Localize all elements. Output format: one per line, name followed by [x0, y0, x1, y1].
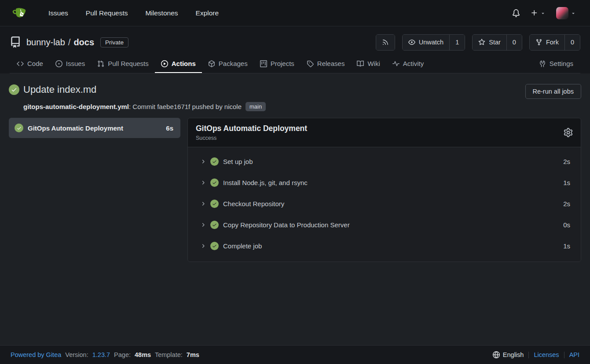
nav-item-milestones[interactable]: Milestones: [136, 9, 187, 17]
nav-item-issues[interactable]: Issues: [40, 9, 77, 17]
tab-label: Wiki: [367, 60, 380, 67]
tab-projects[interactable]: Projects: [254, 55, 300, 73]
step-success-check-icon: [210, 157, 219, 166]
tab-activity[interactable]: Activity: [386, 55, 430, 73]
powered-by-gitea-link[interactable]: Powered by Gitea: [11, 351, 61, 358]
repo-owner-link[interactable]: bunny-lab: [26, 37, 65, 47]
step-duration: 0s: [563, 221, 570, 229]
step-success-check-icon: [210, 221, 219, 229]
notifications-bell-icon[interactable]: [509, 7, 523, 20]
page-time-value: 48ms: [135, 351, 151, 358]
job-panel-header: GitOps Automatic Deployment Success: [188, 118, 581, 147]
tab-code[interactable]: Code: [11, 55, 49, 73]
fork-icon: [535, 39, 542, 46]
fork-button-group: Fork 0: [529, 34, 580, 51]
chevron-right-icon[interactable]: [200, 159, 206, 164]
git-pull-request-icon: [97, 60, 104, 67]
fork-count[interactable]: 0: [564, 35, 580, 50]
branch-badge[interactable]: main: [246, 102, 266, 111]
tab-wiki[interactable]: Wiki: [351, 55, 386, 73]
chevron-down-icon: [540, 11, 546, 16]
fork-button[interactable]: Fork: [530, 35, 564, 50]
star-button[interactable]: Star: [473, 35, 506, 50]
tab-settings[interactable]: Settings: [533, 55, 579, 73]
footer-links: English Licenses API: [493, 351, 579, 358]
private-badge: Private: [100, 37, 128, 47]
user-menu[interactable]: [553, 4, 579, 22]
tab-label: Releases: [317, 60, 345, 67]
fork-label: Fork: [546, 39, 559, 46]
nav-item-explore[interactable]: Explore: [187, 9, 228, 17]
gitea-logo-icon[interactable]: [11, 5, 27, 21]
chevron-right-icon[interactable]: [200, 201, 206, 207]
tab-issues[interactable]: Issues: [49, 55, 91, 73]
step-duration: 2s: [563, 158, 570, 165]
chevron-right-icon[interactable]: [200, 243, 206, 249]
tab-packages[interactable]: Packages: [202, 55, 254, 73]
step-row[interactable]: Set up job 2s: [188, 151, 581, 172]
play-circle-icon: [161, 60, 168, 67]
api-link[interactable]: API: [569, 351, 579, 358]
nav-item-pull-requests[interactable]: Pull Requests: [77, 9, 137, 17]
user-avatar[interactable]: [556, 7, 568, 19]
chevron-right-icon[interactable]: [200, 222, 206, 228]
breadcrumb-separator: /: [68, 37, 71, 47]
page-time-label: Page:: [114, 351, 131, 358]
version-label: Version:: [65, 351, 88, 358]
star-icon: [478, 39, 485, 46]
page-footer: Powered by Gitea Version: 1.23.7 Page: 4…: [0, 345, 590, 364]
repo-breadcrumb: bunny-lab/docs: [26, 37, 94, 47]
repo-book-icon: [10, 36, 21, 48]
pulse-icon: [392, 60, 399, 67]
actions-run-page: Update index.md Re-run all jobs gitops-a…: [0, 73, 590, 345]
language-label: English: [503, 351, 524, 358]
rss-button-group: [376, 34, 395, 51]
rss-icon: [382, 39, 389, 46]
job-success-check-icon: [15, 124, 23, 132]
tab-actions[interactable]: Actions: [155, 55, 202, 73]
step-name: Checkout Repository: [223, 200, 284, 207]
step-row[interactable]: Install Node.js, git, and rsync 1s: [188, 172, 581, 193]
step-row[interactable]: Copy Repository Data to Production Serve…: [188, 214, 581, 235]
globe-icon: [493, 351, 500, 358]
tab-label: Projects: [271, 60, 294, 67]
version-link[interactable]: 1.23.7: [92, 351, 110, 358]
rerun-all-jobs-button[interactable]: Re-run all jobs: [525, 84, 582, 99]
step-name: Install Node.js, git, and rsync: [223, 179, 308, 186]
navbar-links: Issues Pull Requests Milestones Explore: [40, 9, 227, 17]
job-steps-list: Set up job 2s Install Node.js, git, and …: [188, 147, 581, 262]
footer-meta: Powered by Gitea Version: 1.23.7 Page: 4…: [11, 351, 202, 358]
step-row[interactable]: Checkout Repository 2s: [188, 193, 581, 214]
tab-releases[interactable]: Releases: [300, 55, 351, 73]
gear-icon[interactable]: [564, 128, 573, 137]
tab-pull-requests[interactable]: Pull Requests: [91, 55, 155, 73]
job-list-item[interactable]: GitOps Automatic Deployment 6s: [9, 118, 180, 138]
star-label: Star: [489, 39, 501, 46]
workflow-file-name[interactable]: gitops-automatic-deployment.yml: [23, 103, 129, 110]
step-row[interactable]: Complete job 1s: [188, 235, 581, 256]
step-duration: 2s: [563, 200, 570, 207]
create-new-button[interactable]: [528, 7, 548, 19]
navbar-right: [509, 4, 579, 22]
job-duration: 6s: [166, 124, 173, 132]
chevron-right-icon[interactable]: [200, 180, 206, 186]
step-success-check-icon: [210, 242, 219, 250]
rss-feed-button[interactable]: [376, 35, 395, 50]
star-count[interactable]: 0: [506, 35, 522, 50]
step-duration: 1s: [563, 179, 570, 186]
step-success-check-icon: [210, 178, 219, 187]
repo-name-link[interactable]: docs: [73, 37, 94, 47]
step-name: Complete job: [223, 242, 262, 250]
unwatch-button[interactable]: Unwatch: [403, 35, 449, 50]
run-subtitle: gitops-automatic-deployment.yml: Commit …: [0, 99, 590, 111]
eye-icon: [408, 39, 415, 46]
job-name: GitOps Automatic Deployment: [28, 124, 123, 132]
watch-count[interactable]: 1: [449, 35, 465, 50]
licenses-link[interactable]: Licenses: [534, 351, 559, 358]
package-icon: [208, 60, 215, 67]
step-success-check-icon: [210, 200, 219, 208]
tab-label: Actions: [172, 60, 196, 67]
language-selector[interactable]: English: [493, 351, 524, 358]
watch-button-group: Unwatch 1: [402, 34, 465, 51]
run-success-check-icon: [9, 84, 19, 95]
